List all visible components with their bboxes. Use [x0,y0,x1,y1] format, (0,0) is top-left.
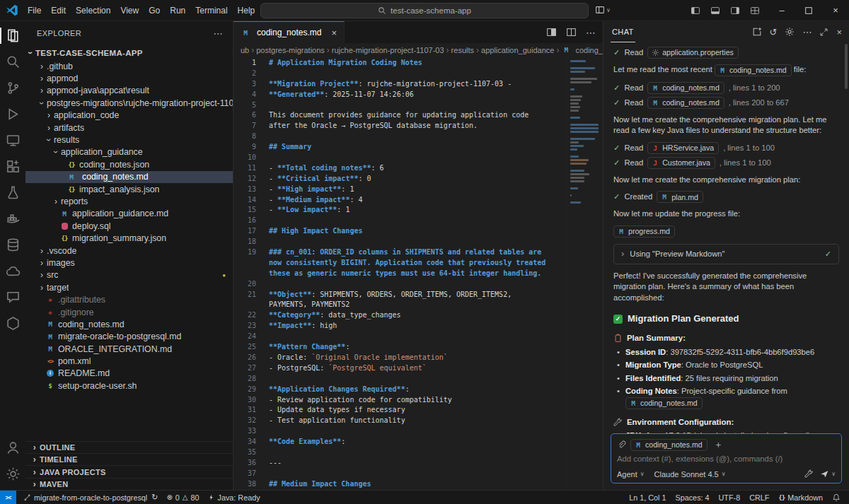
java-status[interactable]: Java: Ready [208,493,260,502]
tree-item[interactable]: ›src● [25,269,233,281]
tree-item[interactable]: ›reports [25,195,233,207]
more-icon[interactable]: ⋯ [802,27,812,37]
activity-search-icon[interactable] [0,49,25,75]
menu-view[interactable]: View [115,6,144,16]
tree-item[interactable]: deploy.sql [25,220,233,232]
problems-indicator[interactable]: ⊗0 △80 [166,493,199,502]
minimize-button[interactable]: – [768,0,795,20]
cursor-position[interactable]: Ln 1, Col 1 [629,493,666,502]
activity-source-control-icon[interactable] [0,75,25,101]
breadcrumb-item[interactable]: results [451,46,474,54]
tool-invocation-box[interactable]: ›Using "Preview Markdown"✓ [613,244,839,264]
activity-explorer-icon[interactable] [0,23,25,49]
activity-cloud-icon[interactable] [0,258,25,284]
section-outline[interactable]: ›OUTLINE [25,441,233,453]
toggle-panel-icon[interactable] [710,6,720,16]
menu-file[interactable]: File [23,6,46,16]
breadcrumb-item[interactable]: postgres-migrations [256,46,325,54]
tool-call-row[interactable]: ✓Readapplication.properties [613,47,839,59]
more-actions-icon[interactable]: ⋯ [214,28,223,39]
indentation[interactable]: Spaces: 4 [676,493,710,502]
activity-run-debug-icon[interactable] [0,101,25,127]
tool-call-row[interactable]: ✓CreatedMplan.md [613,191,839,203]
minimap[interactable] [566,57,603,490]
file-chip[interactable]: Mcoding_notes.md [625,397,703,409]
menu-selection[interactable]: Selection [71,6,115,16]
activity-testing-icon[interactable] [0,180,25,206]
tools-icon[interactable] [804,469,814,479]
activity-extensions-icon[interactable] [0,153,25,180]
file-chip[interactable]: Mcoding_notes.md [647,97,724,109]
send-button[interactable]: ∨ [820,469,836,479]
menu-terminal[interactable]: Terminal [190,6,232,16]
expand-icon[interactable] [819,28,828,37]
tree-item[interactable]: ◆.gitattributes [25,293,233,305]
file-chip[interactable]: Mplan.md [657,191,703,203]
chat-input[interactable]: M coding_notes.md ＋ Add context (#), ext… [611,433,842,484]
tree-item[interactable]: ›appmod [25,72,233,84]
eol-sequence[interactable]: CRLF [749,493,769,502]
tab-close-icon[interactable]: × [331,28,337,38]
activity-docker-icon[interactable] [0,206,25,232]
maximize-button[interactable] [795,0,822,20]
file-chip[interactable]: Mcoding_notes.md [647,82,724,94]
tree-item[interactable]: Mapplication_guidance.md [25,208,233,220]
tree-item[interactable]: ›target [25,281,233,293]
more-icon[interactable]: ⋯ [586,26,596,39]
encoding[interactable]: UTF-8 [719,493,741,502]
add-context-button[interactable]: ＋ [712,438,725,451]
file-chip[interactable]: application.properties [647,47,739,59]
tree-item[interactable]: Mcoding_notes.md [25,318,233,330]
tree-item[interactable]: <>pom.xml [25,355,233,367]
tool-call-row[interactable]: ✓ReadJCustomer.java, lines 1 to 100 [613,157,839,169]
settings-icon[interactable] [0,461,25,487]
toggle-secondary-sidebar-icon[interactable] [730,6,740,16]
toggle-primary-sidebar-icon[interactable] [691,6,700,16]
tree-item[interactable]: ›appmod-java\appcat\result [25,85,233,97]
tree-item[interactable]: iREADME.md [25,368,233,380]
tree-item[interactable]: ›images [25,257,233,269]
code-content[interactable]: # Application Migration Coding Notes **M… [266,57,566,490]
chat-input-field[interactable]: Add context (#), extensions (@), command… [617,455,836,463]
editor[interactable]: 12345678910111213141516171819 2021 22232… [233,57,603,490]
tree-item[interactable]: Mcoding_notes.md [25,171,233,183]
file-chip[interactable]: Mprogress.md [613,225,675,238]
activity-database-icon[interactable] [0,232,25,258]
tree-item[interactable]: MORACLE_INTEGRATION.md [25,343,233,355]
file-chip[interactable]: Mcoding_notes.md [715,64,792,76]
tool-call-row[interactable]: ✓ReadMcoding_notes.md, lines 1 to 200 [613,82,839,94]
tree-item[interactable]: ›.vscode [25,245,233,257]
open-preview-icon[interactable] [546,27,557,37]
section-timeline[interactable]: ›TIMELINE [25,453,233,465]
activity-remote-explorer-icon[interactable] [0,127,25,153]
menu-go[interactable]: Go [144,6,165,16]
tree-item[interactable]: {}impact_analysis.json [25,183,233,195]
tree-item[interactable]: ›.github [25,60,233,72]
new-chat-icon[interactable] [752,27,762,37]
tool-call-row[interactable]: ✓ReadMcoding_notes.md, lines 200 to 667 [613,97,839,109]
breadcrumb-item[interactable]: Mcoding_notes [561,46,603,54]
tree-item[interactable]: ›artifacts [25,122,233,134]
close-icon[interactable]: × [836,27,842,37]
copilot-menu-icon[interactable]: ∨ [595,5,611,15]
paperclip-icon[interactable] [617,440,626,450]
remote-indicator[interactable]: >< [0,491,16,504]
model-select[interactable]: Claude Sonnet 4.5∨ [654,470,726,479]
menu-edit[interactable]: Edit [46,6,71,16]
tree-item[interactable]: ›results [25,134,233,146]
section-java-projects[interactable]: ›JAVA PROJECTS [25,465,233,477]
context-chip[interactable]: M coding_notes.md [630,439,708,451]
file-chip[interactable]: JCustomer.java [647,157,715,169]
settings-icon[interactable] [785,27,795,37]
file-reference-row[interactable]: Mprogress.md [613,225,839,238]
tree-item[interactable]: {}migration_summary.json [25,232,233,244]
history-icon[interactable]: ↺ [770,27,778,37]
close-button[interactable]: × [822,0,849,20]
activity-comment-icon[interactable] [0,284,25,310]
tab-coding-notes[interactable]: M coding_notes.md × [233,21,345,43]
tree-item[interactable]: $setup-oracle-user.sh [25,380,233,392]
chat-tab[interactable]: CHAT [611,21,635,42]
breadcrumb-item[interactable]: rujche-migration-project-1107-03 [332,46,444,54]
customize-layout-icon[interactable] [750,6,760,16]
scrollbar-thumb[interactable] [845,44,848,89]
